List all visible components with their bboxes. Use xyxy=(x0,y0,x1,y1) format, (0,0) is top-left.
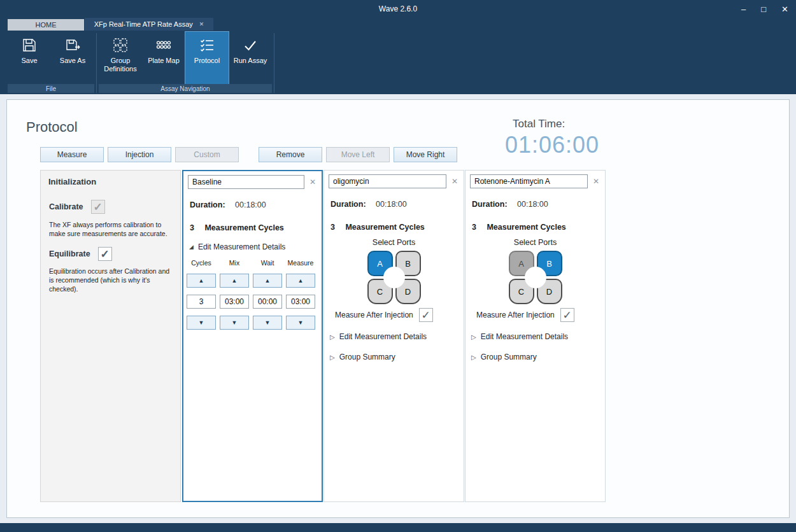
total-time-value: 01:06:00 xyxy=(505,132,599,158)
cycles-decrement-button[interactable]: ▼ xyxy=(187,316,216,330)
expander-closed-icon: ▷ xyxy=(471,333,476,340)
maximize-icon[interactable]: □ xyxy=(761,4,766,14)
wait-increment-button[interactable]: ▲ xyxy=(253,274,282,288)
port-cluster: A B C D xyxy=(509,251,562,304)
window-controls: – □ ✕ xyxy=(741,0,788,18)
tab-assay-label: XFp Real-Time ATP Rate Assay xyxy=(94,20,193,28)
custom-button: Custom xyxy=(175,147,239,162)
plate-map-button[interactable]: Plate Map xyxy=(142,32,185,84)
rotenone-cycles-row: 3 Measurement Cycles xyxy=(472,223,566,232)
cycle-count: 3 xyxy=(472,223,476,232)
ribbon-separator xyxy=(274,33,274,93)
injection-button[interactable]: Injection xyxy=(108,147,171,162)
rotenone-group-summary-expander[interactable]: ▷ Group Summary xyxy=(471,353,537,361)
oligomycin-name-input[interactable] xyxy=(329,174,446,188)
run-assay-button[interactable]: Run Assay xyxy=(229,32,272,84)
equilibrate-row: Equilibrate ✓ xyxy=(49,247,112,261)
mix-decrement-button[interactable]: ▼ xyxy=(220,316,249,330)
save-button[interactable]: Save xyxy=(8,32,51,84)
rotenone-remove-icon[interactable]: ✕ xyxy=(590,177,602,186)
check-icon: ✓ xyxy=(422,309,430,322)
ribbon: Save Save As File xyxy=(0,31,796,94)
injection-step-panel-rotenone-antimycin-a[interactable]: ✕ Duration: 00:18:00 3 Measurement Cycle… xyxy=(465,170,606,502)
injection-step-panel-oligomycin[interactable]: ✕ Duration: 00:18:00 3 Measurement Cycle… xyxy=(323,170,464,502)
ribbon-group-file: Save Save As File xyxy=(8,31,94,94)
check-icon: ✓ xyxy=(93,200,102,214)
group-definitions-label: Group Definitions xyxy=(99,57,142,73)
group-definitions-button[interactable]: Group Definitions xyxy=(99,32,142,84)
measure-decrement-button[interactable]: ▼ xyxy=(286,316,315,330)
tab-close-icon[interactable]: ✕ xyxy=(199,21,204,27)
plate-map-icon xyxy=(155,37,172,53)
main-area: Protocol Total Time: 01:06:00 Measure In… xyxy=(0,94,796,523)
mix-increment-button[interactable]: ▲ xyxy=(220,274,249,288)
oligomycin-cycles-row: 3 Measurement Cycles xyxy=(330,223,425,232)
initialization-title: Initialization xyxy=(48,177,96,186)
equilibrate-checkbox[interactable]: ✓ xyxy=(98,247,112,261)
ribbon-separator xyxy=(96,33,97,93)
tab-assay[interactable]: XFp Real-Time ATP Rate Assay ✕ xyxy=(85,18,213,31)
baseline-name-input[interactable] xyxy=(188,175,304,189)
expander-open-icon: ◢ xyxy=(189,244,194,250)
measure-after-injection-label: Measure After Injection xyxy=(335,311,413,319)
column-header-cycles: Cycles xyxy=(191,259,211,267)
group-summary-label: Group Summary xyxy=(339,353,395,361)
cycles-value-input[interactable] xyxy=(187,295,216,309)
calibrate-checkbox: ✓ xyxy=(91,200,105,214)
save-as-button[interactable]: Save As xyxy=(51,32,94,84)
expander-closed-icon: ▷ xyxy=(330,333,335,340)
expander-closed-icon: ▷ xyxy=(330,354,335,361)
save-icon xyxy=(21,37,38,53)
ribbon-group-assay-navigation: Group Definitions Plate Map xyxy=(99,31,272,94)
baseline-cycles-row: 3 Measurement Cycles xyxy=(190,223,284,232)
calibrate-label: Calibrate xyxy=(49,202,83,211)
baseline-remove-icon[interactable]: ✕ xyxy=(307,178,318,186)
check-icon: ✓ xyxy=(100,248,109,261)
measure-value-input[interactable] xyxy=(286,295,315,309)
measure-after-injection-checkbox[interactable]: ✓ xyxy=(560,308,574,322)
duration-value: 00:18:00 xyxy=(517,200,548,209)
wait-decrement-button[interactable]: ▼ xyxy=(253,316,282,330)
move-right-button[interactable]: Move Right xyxy=(394,147,457,162)
spin-up-icon: ▲ xyxy=(265,277,271,284)
measure-step-panel-baseline[interactable]: ✕ Duration: 00:18:00 3 Measurement Cycle… xyxy=(182,170,323,502)
oligomycin-group-summary-expander[interactable]: ▷ Group Summary xyxy=(330,353,395,361)
oligomycin-name-row: ✕ xyxy=(329,174,460,188)
run-assay-label: Run Assay xyxy=(234,57,267,65)
run-assay-icon xyxy=(242,37,259,53)
oligomycin-edit-details-expander[interactable]: ▷ Edit Measurement Details xyxy=(330,332,427,341)
measure-after-injection-checkbox[interactable]: ✓ xyxy=(419,308,433,322)
spin-up-icon: ▲ xyxy=(298,277,304,284)
protocol-button[interactable]: Protocol xyxy=(185,32,229,84)
wait-value-input[interactable] xyxy=(253,295,282,309)
cycle-count: 3 xyxy=(330,223,335,232)
measure-after-injection-label: Measure After Injection xyxy=(476,311,555,319)
oligomycin-remove-icon[interactable]: ✕ xyxy=(449,177,460,186)
close-icon[interactable]: ✕ xyxy=(781,4,788,14)
port-cluster-center xyxy=(383,267,405,288)
protocol-page: Protocol Total Time: 01:06:00 Measure In… xyxy=(6,99,790,518)
cycle-label: Measurement Cycles xyxy=(345,223,424,232)
plate-map-label: Plate Map xyxy=(148,57,180,65)
rotenone-duration-row: Duration: 00:18:00 xyxy=(472,200,548,209)
spin-up-icon: ▲ xyxy=(232,277,238,284)
remove-button[interactable]: Remove xyxy=(259,147,322,162)
edit-details-label: Edit Measurement Details xyxy=(339,332,427,341)
cycles-increment-button[interactable]: ▲ xyxy=(187,274,216,288)
spin-up-icon: ▲ xyxy=(199,277,204,284)
rotenone-name-input[interactable] xyxy=(470,174,588,188)
duration-label: Duration: xyxy=(330,200,366,209)
measure-after-injection-row: Measure After Injection ✓ xyxy=(335,308,433,322)
tab-home[interactable]: HOME xyxy=(8,19,84,31)
duration-value: 00:18:00 xyxy=(235,200,266,209)
group-summary-label: Group Summary xyxy=(481,353,537,361)
spin-down-icon: ▼ xyxy=(298,319,304,326)
minimize-icon[interactable]: – xyxy=(741,4,746,14)
rotenone-edit-details-expander[interactable]: ▷ Edit Measurement Details xyxy=(471,332,568,341)
equilibrate-label: Equilibrate xyxy=(49,249,90,258)
spin-down-icon: ▼ xyxy=(232,319,238,326)
baseline-edit-details-expander[interactable]: ◢ Edit Measurement Details xyxy=(189,242,285,251)
mix-value-input[interactable] xyxy=(220,295,249,309)
measure-increment-button[interactable]: ▲ xyxy=(286,274,315,288)
measure-button[interactable]: Measure xyxy=(40,147,104,162)
